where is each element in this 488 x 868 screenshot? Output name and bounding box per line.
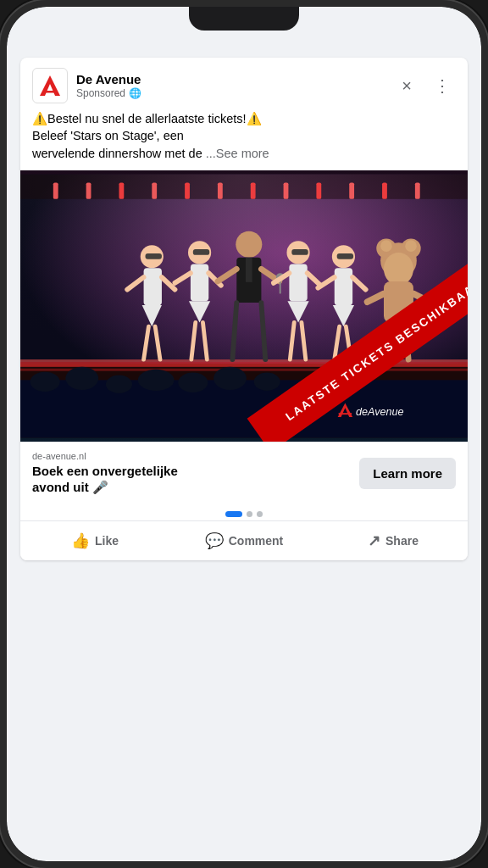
svg-rect-18 bbox=[20, 362, 468, 367]
ad-headline-line2: avond uit 🎤 bbox=[32, 480, 108, 494]
post-text-line1: ⚠️Bestel nu snel de allerlaatste tickets… bbox=[32, 112, 262, 125]
page-name: De Avenue bbox=[76, 72, 385, 87]
svg-point-37 bbox=[236, 231, 262, 258]
close-button[interactable]: × bbox=[393, 72, 420, 99]
svg-point-67 bbox=[384, 253, 413, 286]
svg-rect-30 bbox=[193, 249, 209, 255]
svg-rect-23 bbox=[144, 268, 162, 305]
like-button[interactable]: 👍 Like bbox=[20, 523, 169, 559]
ad-headline-line1: Boek een onvergetelijke bbox=[32, 464, 178, 478]
svg-point-74 bbox=[30, 372, 60, 392]
facebook-ad-card: De Avenue Sponsored 🌐 × ⋮ ⚠️Bestel nu sn… bbox=[20, 58, 468, 560]
svg-point-79 bbox=[214, 367, 247, 390]
share-label: Share bbox=[385, 534, 419, 548]
svg-point-65 bbox=[380, 240, 392, 252]
reactions-bar: 👍 Like 💬 Comment ↗ Share bbox=[20, 520, 468, 560]
svg-rect-16 bbox=[415, 182, 420, 198]
card-header: De Avenue Sponsored 🌐 × ⋮ bbox=[20, 58, 468, 110]
like-icon: 👍 bbox=[71, 531, 90, 550]
svg-point-75 bbox=[65, 367, 98, 390]
svg-text:deAvenue: deAvenue bbox=[356, 406, 404, 418]
comment-button[interactable]: 💬 Comment bbox=[169, 523, 319, 559]
sponsored-label: Sponsored bbox=[76, 87, 125, 99]
svg-rect-5 bbox=[53, 182, 58, 198]
svg-rect-14 bbox=[349, 182, 354, 198]
phone-notch bbox=[189, 7, 299, 31]
dot-3 bbox=[257, 511, 263, 517]
share-button[interactable]: ↗ Share bbox=[319, 523, 468, 559]
svg-point-78 bbox=[178, 373, 208, 392]
sponsored-line: Sponsored 🌐 bbox=[76, 87, 385, 99]
page-avatar bbox=[32, 68, 68, 103]
more-options-button[interactable]: ⋮ bbox=[429, 72, 456, 99]
svg-point-66 bbox=[405, 240, 417, 252]
ad-headline: Boek een onvergetelijke avond uit 🎤 bbox=[32, 463, 351, 496]
post-text-line3: wervelende dinnershow met de bbox=[32, 147, 202, 160]
svg-point-76 bbox=[106, 375, 132, 392]
comment-icon: 💬 bbox=[205, 531, 224, 550]
share-icon: ↗ bbox=[368, 531, 380, 550]
svg-rect-47 bbox=[291, 249, 308, 255]
dot-2 bbox=[247, 511, 252, 517]
svg-rect-10 bbox=[218, 182, 223, 198]
svg-rect-48 bbox=[289, 264, 307, 301]
phone-screen: De Avenue Sponsored 🌐 × ⋮ ⚠️Bestel nu sn… bbox=[7, 7, 481, 861]
comment-label: Comment bbox=[229, 534, 284, 548]
svg-rect-15 bbox=[382, 182, 387, 198]
svg-rect-56 bbox=[335, 268, 352, 305]
svg-rect-22 bbox=[146, 253, 162, 259]
svg-rect-9 bbox=[185, 182, 190, 198]
phone-frame: De Avenue Sponsored 🌐 × ⋮ ⚠️Bestel nu sn… bbox=[0, 0, 488, 868]
svg-point-80 bbox=[254, 373, 280, 391]
page-info: De Avenue Sponsored 🌐 bbox=[76, 72, 385, 99]
avatar-logo-icon bbox=[36, 72, 64, 99]
ad-url: de-avenue.nl bbox=[32, 451, 351, 461]
svg-rect-12 bbox=[284, 182, 289, 198]
learn-more-button[interactable]: Learn more bbox=[359, 458, 456, 489]
svg-rect-39 bbox=[246, 258, 252, 282]
svg-rect-13 bbox=[316, 182, 321, 198]
header-actions: × ⋮ bbox=[393, 72, 456, 99]
svg-rect-6 bbox=[86, 182, 92, 198]
post-text: ⚠️Bestel nu snel de allerlaatste tickets… bbox=[20, 110, 468, 170]
post-text-line2: Beleef 'Stars on Stage', een bbox=[32, 129, 184, 142]
ad-image: LAATSTE TICKETS BESCHIKBAAR deAvenue bbox=[20, 170, 468, 442]
like-label: Like bbox=[95, 534, 119, 548]
svg-rect-7 bbox=[119, 182, 124, 198]
ad-footer-left: de-avenue.nl Boek een onvergetelijke avo… bbox=[32, 451, 351, 496]
pagination-dots bbox=[20, 504, 468, 520]
svg-rect-31 bbox=[191, 264, 208, 301]
svg-rect-84 bbox=[339, 413, 352, 415]
svg-rect-11 bbox=[251, 182, 256, 198]
svg-rect-8 bbox=[152, 182, 157, 198]
dot-1 bbox=[225, 511, 242, 517]
svg-rect-1 bbox=[43, 91, 57, 93]
stage-scene-svg: LAATSTE TICKETS BESCHIKBAAR deAvenue bbox=[20, 170, 468, 442]
globe-icon: 🌐 bbox=[129, 87, 141, 99]
ad-footer: de-avenue.nl Boek een onvergetelijke avo… bbox=[20, 442, 468, 504]
svg-rect-55 bbox=[337, 253, 353, 259]
see-more-link[interactable]: ...See more bbox=[206, 147, 269, 160]
svg-point-77 bbox=[138, 370, 175, 391]
